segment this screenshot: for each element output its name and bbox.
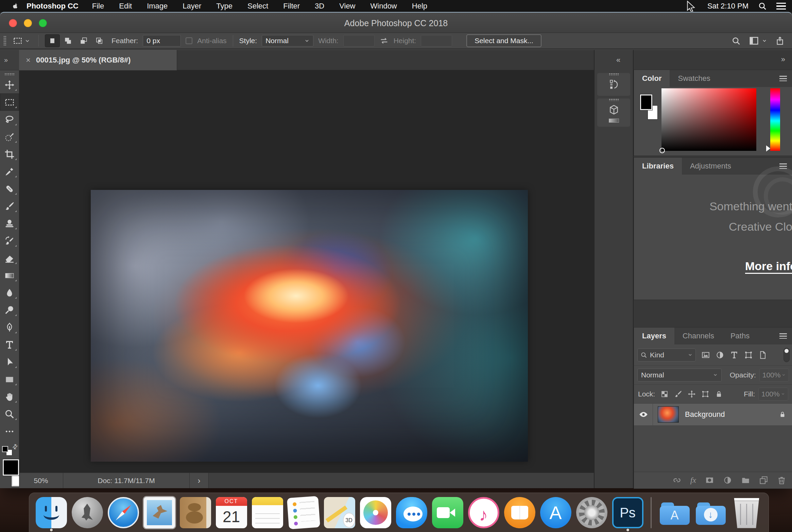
pen-tool[interactable] <box>0 319 19 336</box>
saturation-brightness-field[interactable] <box>661 88 756 151</box>
menu-item[interactable]: Window <box>363 0 404 12</box>
height-input[interactable] <box>421 35 452 47</box>
menu-item[interactable]: Filter <box>276 0 307 12</box>
foreground-color-swatch[interactable] <box>640 94 652 110</box>
itunes[interactable]: ♪ <box>467 494 500 532</box>
apple-menu-icon[interactable] <box>7 2 22 10</box>
panel-tab[interactable]: Paths <box>722 327 758 344</box>
swap-width-height-icon[interactable] <box>379 36 389 46</box>
menu-item[interactable]: Select <box>240 0 276 12</box>
style-dropdown[interactable]: Normal <box>262 35 313 47</box>
gradient-tool[interactable] <box>0 267 19 284</box>
opacity-value[interactable]: 100% <box>759 369 789 382</box>
mail[interactable] <box>143 494 176 532</box>
toolbar-grip-handle[interactable] <box>4 73 15 75</box>
document-image[interactable] <box>91 190 528 462</box>
panel-menu-icon[interactable] <box>779 333 787 339</box>
notification-center-icon[interactable] <box>776 3 786 10</box>
launchpad[interactable] <box>71 494 104 532</box>
3d-panel-icon[interactable] <box>597 102 630 118</box>
blur-tool[interactable] <box>0 284 19 301</box>
crop-tool[interactable] <box>0 145 19 163</box>
document-size-info[interactable]: Doc: 11.7M/11.7M <box>63 473 190 488</box>
filter-smart-objects-icon[interactable] <box>758 351 767 359</box>
tab-close-icon[interactable]: × <box>26 55 31 65</box>
panel-grip-handle[interactable] <box>609 73 619 75</box>
menu-item[interactable]: Type <box>209 0 240 12</box>
safari[interactable] <box>107 494 140 532</box>
panel-grip-handle[interactable] <box>609 99 619 101</box>
default-colors-control[interactable]: ⇄ <box>2 444 17 456</box>
hue-slider[interactable] <box>770 88 780 151</box>
zoom-tool[interactable] <box>0 405 19 423</box>
menu-item[interactable]: File <box>85 0 111 12</box>
tool-preset-picker[interactable] <box>11 35 32 47</box>
filter-shape-layers-icon[interactable] <box>744 351 753 359</box>
select-and-mask-button[interactable]: Select and Mask... <box>466 34 541 47</box>
photoshop[interactable]: Ps <box>612 494 644 532</box>
link-layers-icon[interactable] <box>672 476 682 485</box>
color-picker-marker[interactable] <box>659 148 665 153</box>
more-info-link[interactable]: More info <box>745 260 792 273</box>
new-layer-icon[interactable] <box>759 476 768 485</box>
system-preferences[interactable] <box>575 494 608 532</box>
filter-adjustment-layers-icon[interactable] <box>716 351 724 359</box>
lasso-tool[interactable] <box>0 111 19 128</box>
layer-filter-toggle[interactable] <box>784 348 790 362</box>
add-to-selection-button[interactable] <box>61 34 75 47</box>
reminders[interactable] <box>287 494 320 532</box>
type-tool[interactable] <box>0 336 19 353</box>
menu-item[interactable]: Help <box>404 0 435 12</box>
panel-tab[interactable]: Swatches <box>670 70 718 87</box>
clone-stamp-tool[interactable] <box>0 215 19 232</box>
foreground-color-swatch[interactable] <box>3 459 19 476</box>
add-layer-mask-icon[interactable] <box>705 476 714 485</box>
messages[interactable] <box>395 494 428 532</box>
lock-pixels-icon[interactable] <box>674 390 682 398</box>
anti-alias-checkbox[interactable] <box>186 37 192 44</box>
photos[interactable] <box>359 494 392 532</box>
downloads-folder[interactable]: ↓ <box>694 494 727 532</box>
panel-tab[interactable]: Adjustments <box>682 158 739 175</box>
mini-foreground-swatch[interactable] <box>2 446 8 452</box>
menu-item[interactable]: View <box>332 0 363 12</box>
panel-tab[interactable]: Channels <box>674 327 722 344</box>
canvas-area[interactable] <box>19 70 594 472</box>
notes[interactable] <box>251 494 284 532</box>
rectangle-tool[interactable] <box>0 371 19 388</box>
trash[interactable] <box>730 494 763 532</box>
ibooks[interactable] <box>503 494 536 532</box>
quick-selection-tool[interactable] <box>0 128 19 145</box>
move-tool[interactable] <box>0 76 19 93</box>
menu-clock[interactable]: Sat 2:10 PM <box>707 2 748 11</box>
document-tab[interactable]: × 00015.jpg @ 50% (RGB/8#) <box>19 50 177 70</box>
delete-layer-icon[interactable] <box>777 476 786 485</box>
layer-thumbnail[interactable] <box>658 406 679 423</box>
intersect-selection-button[interactable] <box>92 34 107 47</box>
search-icon[interactable] <box>731 36 741 46</box>
new-adjustment-layer-icon[interactable] <box>723 476 732 485</box>
dodge-tool[interactable] <box>0 301 19 319</box>
blend-mode-dropdown[interactable]: Normal <box>637 369 722 382</box>
filter-pixel-layers-icon[interactable] <box>701 351 710 359</box>
workspace-switcher[interactable] <box>749 36 767 46</box>
new-group-icon[interactable] <box>741 476 750 485</box>
hand-tool[interactable] <box>0 388 19 405</box>
gradients-panel-icon[interactable] <box>609 119 619 123</box>
facetime[interactable] <box>431 494 464 532</box>
expand-panels-control[interactable]: » <box>634 50 792 69</box>
history-panel-icon[interactable] <box>597 76 630 92</box>
finder[interactable] <box>35 494 68 532</box>
panel-tab[interactable]: Layers <box>634 327 674 344</box>
brush-tool[interactable] <box>0 197 19 215</box>
hue-slider-marker[interactable] <box>766 145 770 152</box>
layer-row[interactable]: Background <box>634 404 792 425</box>
layer-locked-icon[interactable] <box>779 411 786 418</box>
menu-item[interactable]: Edit <box>111 0 139 12</box>
share-icon[interactable] <box>775 36 785 46</box>
edit-toolbar[interactable] <box>0 423 19 440</box>
app-store[interactable]: A <box>539 494 572 532</box>
applications-folder[interactable]: A <box>658 494 691 532</box>
layer-style-icon[interactable]: fx <box>690 476 696 485</box>
contacts[interactable] <box>179 494 212 532</box>
